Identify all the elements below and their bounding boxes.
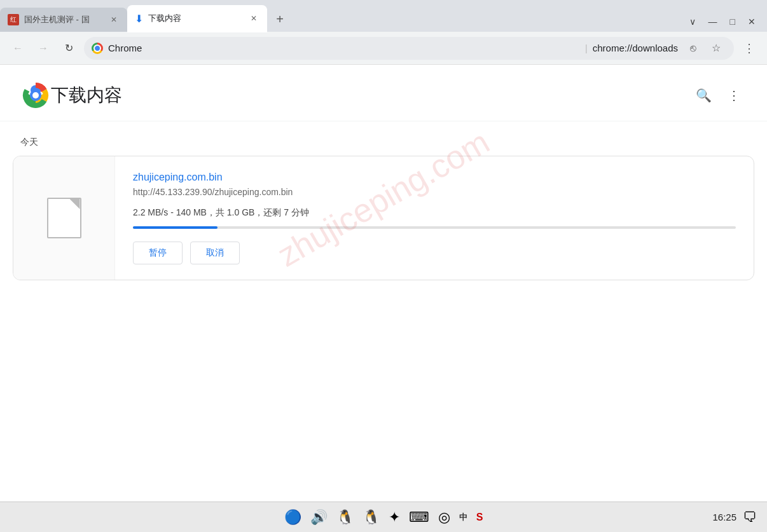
address-bar: ← → ↻ Chrome | chrome://downloads ⎋ ☆ ⋮ <box>0 32 767 65</box>
close-button[interactable]: ✕ <box>744 15 759 28</box>
tab-favicon-1: 红 <box>8 14 19 25</box>
qq1-icon[interactable]: 🐧 <box>336 509 354 526</box>
address-actions: ⎋ ☆ <box>683 38 726 58</box>
browser-window: 红 国外主机测评 - 国 ✕ ⬇ 下载内容 ✕ + ∨ — □ ✕ ← → ↻ … <box>0 0 767 532</box>
address-box[interactable]: Chrome | chrome://downloads ⎋ ☆ <box>84 37 734 60</box>
svg-point-6 <box>32 92 39 99</box>
address-divider: | <box>585 43 588 53</box>
wps-icon[interactable]: S <box>476 512 483 523</box>
tab-close-1[interactable]: ✕ <box>108 14 120 25</box>
download-icon-area <box>13 156 115 280</box>
download-filename[interactable]: zhujiceping.com.bin <box>133 172 736 183</box>
download-tab-icon: ⬇ <box>135 13 143 25</box>
taskbar-center: 🔵 🔊 🐧 🐧 ✦ ⌨ ◎ 中 S <box>284 509 483 526</box>
downloads-header: 下载内容 🔍 ⋮ <box>0 65 767 121</box>
pause-button[interactable]: 暂停 <box>133 242 183 264</box>
download-card: zhujiceping.com.bin http://45.133.239.90… <box>13 156 754 280</box>
notification-icon[interactable]: 🗨 <box>743 509 757 526</box>
tab-close-2[interactable]: ✕ <box>248 13 259 24</box>
wifi-icon[interactable]: ◎ <box>438 509 450 526</box>
new-tab-button[interactable]: + <box>270 9 290 29</box>
ime-label[interactable]: 中 <box>459 512 467 523</box>
address-url: chrome://downloads <box>593 43 678 53</box>
browser-name: Chrome <box>108 43 580 53</box>
dropdown-button[interactable]: ∨ <box>686 15 700 28</box>
cancel-button[interactable]: 取消 <box>190 242 240 264</box>
reload-button[interactable]: ↻ <box>59 38 79 58</box>
network-icon[interactable]: ⌨ <box>409 509 429 526</box>
chrome-icon <box>92 43 103 54</box>
share-icon[interactable]: ⎋ <box>683 38 703 58</box>
forward-button[interactable]: → <box>33 38 53 58</box>
download-actions: 暂停 取消 <box>133 242 736 264</box>
tab-title-2: 下载内容 <box>148 13 243 24</box>
progress-bar-container <box>133 226 736 229</box>
maximize-button[interactable]: □ <box>726 15 739 28</box>
tab-inactive[interactable]: 红 国外主机测评 - 国 ✕ <box>0 8 127 32</box>
bluetooth-icon[interactable]: 🔵 <box>284 509 301 526</box>
file-icon <box>47 198 81 238</box>
volume-icon[interactable]: 🔊 <box>310 509 328 526</box>
taskbar: 🔵 🔊 🐧 🐧 ✦ ⌨ ◎ 中 S 16:25 🗨 <box>0 501 767 532</box>
back-button[interactable]: ← <box>8 38 28 58</box>
page-content: zhujiceping.com <box>0 65 767 501</box>
minimize-button[interactable]: — <box>705 15 721 28</box>
tab-title-1: 国外主机测评 - 国 <box>24 14 103 25</box>
taskbar-right: 16:25 🗨 <box>483 509 757 526</box>
search-button[interactable]: 🔍 <box>691 83 716 108</box>
window-controls: ∨ — □ ✕ <box>686 15 767 32</box>
progress-bar-fill <box>133 226 218 229</box>
qq2-icon[interactable]: 🐧 <box>363 509 380 526</box>
download-url: http://45.133.239.90/zhujiceping.com.bin <box>133 187 736 197</box>
download-details: zhujiceping.com.bin http://45.133.239.90… <box>115 156 754 280</box>
chrome-logo <box>20 80 51 111</box>
figma-icon[interactable]: ✦ <box>389 509 400 526</box>
browser-menu-button[interactable]: ⋮ <box>739 38 759 58</box>
tab-bar: 红 国外主机测评 - 国 ✕ ⬇ 下载内容 ✕ + ∨ — □ ✕ <box>0 0 767 32</box>
taskbar-time: 16:25 <box>712 512 736 522</box>
tab-active[interactable]: ⬇ 下载内容 ✕ <box>127 5 267 32</box>
download-status: 2.2 MB/s - 140 MB，共 1.0 GB，还剩 7 分钟 <box>133 207 736 219</box>
bookmark-icon[interactable]: ☆ <box>706 38 726 58</box>
section-today: 今天 <box>0 121 767 156</box>
page-menu-button[interactable]: ⋮ <box>721 83 747 108</box>
header-actions: 🔍 ⋮ <box>691 83 747 108</box>
page-title: 下载内容 <box>51 83 122 107</box>
